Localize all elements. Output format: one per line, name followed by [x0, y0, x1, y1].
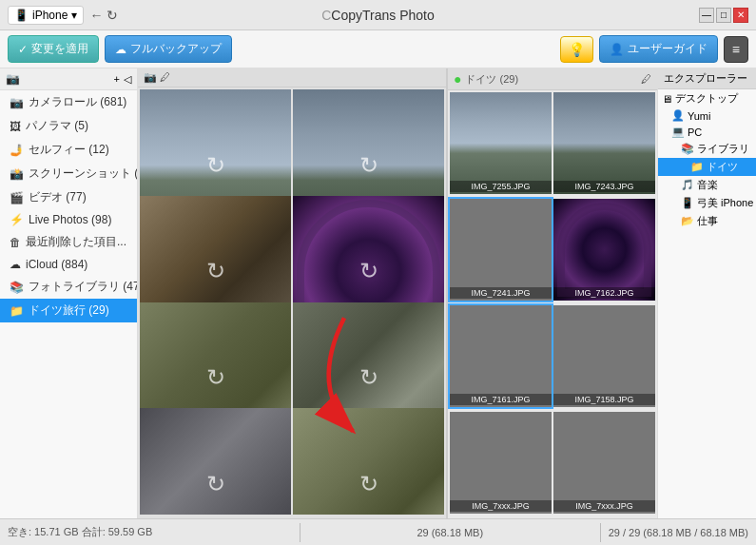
close-button[interactable]: ✕	[733, 8, 748, 23]
trash-icon: 🗑	[10, 236, 21, 249]
sidebar-item-selfie[interactable]: 🤳 セルフィー (12)	[0, 138, 137, 162]
explorer-header: エクスプローラー ◀▶	[658, 68, 756, 89]
sidebar-item-library[interactable]: 📚 フォトライブラリ (47)	[0, 275, 137, 299]
phone-photo-grid[interactable]: ↻ IMG_7255.JPG ↻ IMG_7243.JPG ↻ IMG_7241…	[138, 88, 446, 515]
pc-photo-1[interactable]: IMG_7255.JPG	[450, 92, 552, 194]
screenshot-icon: 📸	[10, 167, 24, 181]
sidebar-item-icloud[interactable]: ☁ iCloud (884)	[0, 254, 137, 275]
cloud-icon: ☁	[115, 43, 126, 56]
device-label: iPhone	[32, 9, 68, 22]
phone-header-icons: 📷 🖊	[144, 71, 170, 84]
sidebar-item-camera[interactable]: 📷 カメラロール (681)	[0, 90, 137, 114]
back-icon[interactable]: ←	[89, 8, 103, 23]
iphone-icon: 📱	[681, 197, 694, 209]
tree-item-germany[interactable]: 📁 ドイツ	[658, 158, 756, 176]
desktop-icon: 🖥	[662, 93, 672, 105]
camera-icon: 📷	[6, 72, 20, 86]
status-mid: 29 (68.18 MB)	[308, 527, 592, 538]
phone-panel-header: 📷 🖊	[138, 68, 446, 88]
explorer: エクスプローラー ◀▶ 🖥 デスクトップ 👤 Yumi 💻 PC 📚 ライブラリ…	[657, 68, 756, 518]
maximize-button[interactable]: □	[716, 8, 731, 23]
toolbar-right: 💡 👤 ユーザーガイド ≡	[560, 35, 748, 63]
main-layout: 📷 + ◁ 📷 カメラロール (681) 🖼 パノラマ (5) 🤳 セルフィー …	[0, 68, 756, 518]
pc-header-icon: 🖊	[641, 73, 651, 85]
tree-item-music[interactable]: 🎵 音楽	[658, 176, 756, 194]
sidebar-header: 📷 + ◁	[0, 68, 137, 90]
device-selector[interactable]: 📱 iPhone ▾	[8, 6, 84, 25]
pc-label-2: IMG_7243.JPG	[553, 181, 655, 192]
explorer-title: エクスプローラー	[664, 71, 747, 86]
user-guide-button[interactable]: 👤 ユーザーガイド	[599, 35, 718, 63]
status-right: 29 / 29 (68.18 MB / 68.18 MB)	[609, 527, 748, 538]
sync-icon-4: ↻	[359, 258, 378, 284]
sidebar-icons: + ◁	[114, 73, 131, 86]
sidebar-item-germany[interactable]: 📁 ドイツ旅行 (29)	[0, 299, 137, 322]
sync-icon-7: ↻	[206, 471, 225, 497]
pc-photo-4[interactable]: IMG_7162.JPG	[553, 199, 655, 301]
sync-icon-8: ↻	[359, 471, 378, 497]
apply-changes-button[interactable]: ✓ 変更を適用	[8, 35, 99, 63]
collapse-icon[interactable]: ◁	[124, 73, 131, 86]
phone-photo-7[interactable]: ↻ IMG_7xxx.JPG	[140, 408, 291, 515]
pc-folder-label: ドイツ (29)	[465, 72, 518, 87]
title-bar: 📱 iPhone ▾ ← ↻ CCopyTrans Photo — □ ✕	[0, 0, 756, 30]
sync-icon-3: ↻	[206, 258, 225, 284]
sync-icon-5: ↻	[206, 364, 225, 391]
pc-label-6: IMG_7158.JPG	[553, 394, 655, 405]
tree-item-desktop[interactable]: 🖥 デスクトップ	[658, 89, 756, 107]
pc-photo-2[interactable]: IMG_7243.JPG	[553, 92, 655, 194]
pc-panel-header: ● ドイツ (29) 🖊	[448, 68, 657, 90]
pc-photo-6[interactable]: IMG_7158.JPG	[553, 305, 655, 407]
tree-item-library[interactable]: 📚 ライブラリ	[658, 140, 756, 158]
pc-label-1: IMG_7255.JPG	[450, 181, 552, 192]
add-icon[interactable]: +	[114, 73, 120, 86]
status-bar: 空き: 15.71 GB 合計: 59.59 GB 29 (68.18 MB) …	[0, 518, 756, 545]
sidebar-item-screenshot[interactable]: 📸 スクリーンショット (22)	[0, 162, 137, 185]
tree-item-work[interactable]: 📂 仕事	[658, 212, 756, 230]
pc-photo-8[interactable]: IMG_7xxx.JPG	[553, 412, 655, 514]
tree-item-iphone[interactable]: 📱 弓美 iPhone 6S	[658, 194, 756, 212]
sidebar-item-panorama[interactable]: 🖼 パノラマ (5)	[0, 114, 137, 138]
device-icon: 📱	[14, 9, 29, 22]
pc-label-7: IMG_7xxx.JPG	[450, 500, 552, 512]
pc-photo-5[interactable]: IMG_7161.JPG	[450, 305, 552, 407]
user-icon: 👤	[671, 109, 685, 122]
sync-icon-6: ↻	[359, 364, 378, 391]
status-separator-2	[600, 523, 601, 542]
checkmark-icon: ✓	[18, 43, 28, 56]
library-icon: 📚	[10, 281, 24, 294]
status-separator-1	[300, 523, 300, 542]
refresh-icon[interactable]: ↻	[107, 8, 118, 23]
sidebar-item-live[interactable]: ⚡ Live Photos (98)	[0, 209, 137, 230]
tree-item-yumi[interactable]: 👤 Yumi	[658, 107, 756, 124]
menu-button[interactable]: ≡	[724, 36, 748, 63]
work-folder-icon: 📂	[681, 215, 694, 227]
chevron-down-icon: ▾	[71, 9, 77, 22]
pc-label-4: IMG_7162.JPG	[553, 287, 655, 299]
tree-item-pc[interactable]: 💻 PC	[658, 124, 756, 140]
sidebar-item-deleted[interactable]: 🗑 最近削除した項目...	[0, 230, 137, 254]
pc-photo-3[interactable]: IMG_7241.JPG	[450, 199, 552, 301]
pc-photo-7[interactable]: IMG_7xxx.JPG	[450, 412, 552, 514]
pc-panel-area: ● ドイツ (29) 🖊 IMG_7255.JPG IMG_7243.JPG I…	[448, 68, 756, 518]
live-icon: ⚡	[10, 213, 24, 226]
minimize-button[interactable]: —	[699, 8, 714, 23]
germany-folder-icon: 📁	[690, 161, 704, 173]
music-icon: 🎵	[681, 179, 694, 191]
pc-photo-grid[interactable]: IMG_7255.JPG IMG_7243.JPG IMG_7241.JPG I…	[448, 90, 657, 518]
app-title: CCopyTrans Photo	[321, 8, 435, 23]
phone-photo-8[interactable]: ↻ IMG_7xxx.JPG	[293, 408, 444, 515]
pc-icon: 💻	[671, 126, 685, 138]
panorama-icon: 🖼	[10, 120, 21, 133]
full-backup-button[interactable]: ☁ フルバックアップ	[105, 35, 232, 63]
sidebar-item-video[interactable]: 🎬 ビデオ (77)	[0, 185, 137, 209]
video-icon: 🎬	[10, 191, 24, 204]
pc-label-5: IMG_7161.JPG	[450, 394, 552, 405]
sync-icon-1: ↻	[206, 152, 225, 179]
user-guide-icon: 👤	[610, 43, 624, 56]
toolbar: ✓ 変更を適用 ☁ フルバックアップ 💡 👤 ユーザーガイド ≡	[0, 30, 756, 68]
pc-panel: ● ドイツ (29) 🖊 IMG_7255.JPG IMG_7243.JPG I…	[448, 68, 657, 518]
camera-roll-icon: 📷	[10, 96, 24, 109]
hint-button[interactable]: 💡	[560, 36, 593, 63]
green-dot: ●	[454, 71, 461, 87]
